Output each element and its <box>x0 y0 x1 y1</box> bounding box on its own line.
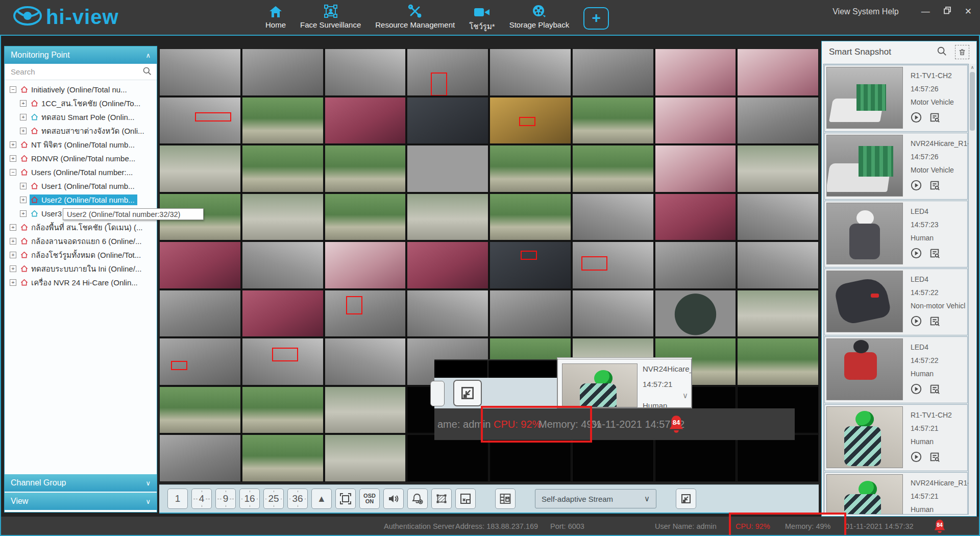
expand-icon[interactable]: + <box>10 224 16 231</box>
tree-item[interactable]: +1CC_สน.โชคชัย (Online/To... <box>5 96 157 110</box>
fullscreen-button[interactable] <box>335 489 356 509</box>
expand-icon[interactable]: + <box>20 128 27 134</box>
expand-icon[interactable]: + <box>10 141 16 148</box>
tree-item[interactable]: +NT พิจิตร (Online/Total numb... <box>5 138 157 152</box>
camera-tile[interactable] <box>737 97 819 144</box>
camera-tile[interactable] <box>242 338 324 385</box>
play-snapshot-button[interactable] <box>911 383 922 395</box>
collapse-icon[interactable]: − <box>10 169 16 176</box>
expand-icon[interactable]: + <box>20 183 27 189</box>
expand-icon[interactable]: + <box>20 210 27 217</box>
sequence-button[interactable]: ▲ <box>311 489 332 509</box>
snapshot-entry[interactable]: LED414:57:22Non-motor Vehicl <box>824 269 968 335</box>
snapshot-detail-button[interactable] <box>929 112 940 123</box>
stream-select[interactable]: Self-adaptive Stream ∨ <box>535 489 656 508</box>
camera-tile[interactable] <box>159 386 241 434</box>
alarm-add-button[interactable] <box>407 489 428 509</box>
clear-snapshots-button[interactable] <box>955 45 969 59</box>
expand-icon[interactable]: + <box>10 279 16 286</box>
camera-tile[interactable] <box>242 97 324 144</box>
camera-tile[interactable] <box>325 434 406 482</box>
camera-tile[interactable] <box>325 48 406 96</box>
camera-tile[interactable] <box>572 241 654 289</box>
camera-tile[interactable] <box>737 241 819 289</box>
camera-tile[interactable] <box>737 48 819 96</box>
camera-tile[interactable] <box>325 338 406 385</box>
search-icon[interactable] <box>142 66 152 78</box>
snapshot-entry[interactable]: R1-TV1-CH214:57:21Human <box>824 404 968 471</box>
camera-tile[interactable] <box>325 193 406 241</box>
tree-item[interactable]: +เครื่อง NVR 24 Hi-Care (Onlin... <box>5 276 157 289</box>
search-input[interactable] <box>10 67 139 77</box>
expand-icon[interactable]: + <box>10 252 16 258</box>
layout-4-button[interactable]: 4 <box>191 489 212 509</box>
minimize-button[interactable]: — <box>921 7 930 17</box>
snapshot-detail-button[interactable] <box>929 315 940 327</box>
snapshot-entry[interactable]: NVR24Hicare_R1-14:57:26Motor Vehicle <box>824 133 968 200</box>
camera-tile[interactable] <box>159 434 241 482</box>
tree-item[interactable]: +กล้องโชว์รูมทั้งหมด (Online/Tot... <box>5 248 157 262</box>
camera-tile[interactable] <box>655 434 737 482</box>
add-tab-button[interactable]: + <box>583 7 609 30</box>
play-snapshot-button[interactable] <box>911 112 922 123</box>
camera-tile[interactable] <box>655 193 737 241</box>
camera-tile[interactable] <box>655 145 737 192</box>
nav-home[interactable]: Home <box>265 3 286 29</box>
camera-tile[interactable] <box>325 97 406 144</box>
snapshot-entry[interactable]: LED414:57:22Human <box>824 336 968 403</box>
camera-tile[interactable] <box>242 145 324 192</box>
restore-button[interactable] <box>943 6 951 17</box>
camera-tile[interactable] <box>242 48 324 96</box>
camera-tile[interactable] <box>407 434 488 482</box>
camera-tile[interactable] <box>407 48 488 96</box>
snapshot-detail-button[interactable] <box>929 451 940 462</box>
close-all-button[interactable] <box>455 489 476 509</box>
camera-tile[interactable] <box>325 290 406 337</box>
nav-face-surveillance[interactable]: Face Surveillance <box>300 3 361 29</box>
save-view-layout-button[interactable] <box>495 489 516 509</box>
alarm-badge[interactable]: 84 <box>933 519 946 533</box>
panel-channel-group[interactable]: Channel Group ∨ <box>5 474 157 492</box>
camera-tile[interactable] <box>159 145 241 192</box>
camera-tile[interactable] <box>159 48 241 96</box>
snapshot-detail-button[interactable] <box>929 383 940 395</box>
expand-icon[interactable]: + <box>20 197 27 203</box>
camera-tile[interactable] <box>489 145 571 192</box>
audio-button[interactable] <box>383 489 404 509</box>
nav-storage-playback[interactable]: Storage Playback <box>509 3 570 29</box>
panel-view[interactable]: View ∨ <box>5 493 157 510</box>
layout-25-button[interactable]: 25 <box>263 489 284 509</box>
expand-icon[interactable]: + <box>10 155 16 162</box>
camera-tile[interactable] <box>242 290 324 337</box>
camera-tile[interactable] <box>572 48 654 96</box>
camera-tile[interactable] <box>489 290 571 337</box>
nav-resource-management[interactable]: Resource Management <box>375 3 455 29</box>
expand-icon[interactable]: + <box>20 100 27 107</box>
view-system-help[interactable]: View System Help <box>832 7 899 16</box>
tree-item[interactable]: −Users (Online/Total number:... <box>5 165 157 179</box>
camera-tile[interactable] <box>407 290 488 337</box>
tree-item[interactable]: +User1 (Online/Total numb... <box>5 179 157 193</box>
camera-tile[interactable] <box>325 386 406 434</box>
expand-icon[interactable]: + <box>10 238 16 245</box>
camera-tile[interactable] <box>325 241 406 289</box>
snapshot-entry[interactable]: NVR24Hicare_R1-14:57:21Human <box>824 472 968 515</box>
panel-monitoring-point[interactable]: Monitoring Point ∧ <box>5 46 157 64</box>
expand-icon[interactable]: + <box>20 114 27 120</box>
close-icon[interactable]: ✕ <box>965 6 972 17</box>
play-snapshot-button[interactable] <box>911 248 922 259</box>
layout-9-button[interactable]: 9 <box>215 489 236 509</box>
camera-tile[interactable] <box>489 48 571 96</box>
camera-tile[interactable] <box>489 193 571 241</box>
camera-tile[interactable] <box>489 241 571 289</box>
play-snapshot-button[interactable] <box>911 451 922 462</box>
camera-tile[interactable] <box>242 386 324 434</box>
layout-1-button[interactable]: 1 <box>167 489 188 509</box>
play-snapshot-button[interactable] <box>911 180 922 191</box>
tree-item[interactable]: +กล้องพื้นที่ สน.โชคชัย (โดเมน) (... <box>5 221 157 234</box>
camera-tile[interactable] <box>737 434 819 482</box>
camera-tile[interactable] <box>737 193 819 241</box>
camera-tile[interactable] <box>242 434 324 482</box>
camera-tile[interactable] <box>572 290 654 337</box>
self-adaptive-resize-button[interactable] <box>676 489 696 509</box>
